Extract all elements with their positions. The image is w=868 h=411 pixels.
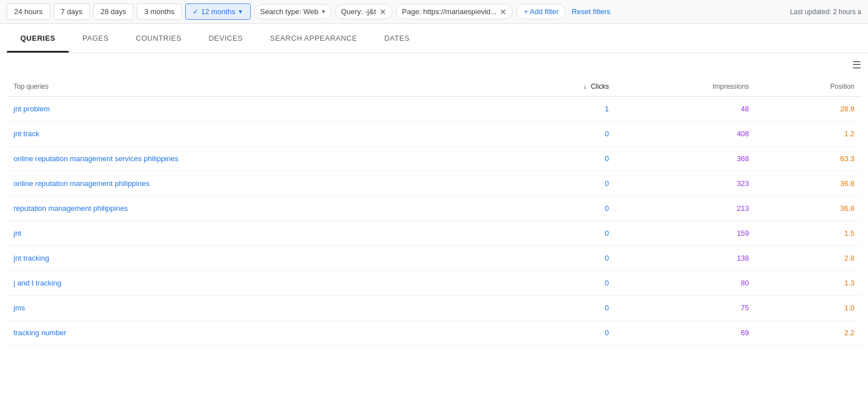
position-cell: 1.2	[756, 122, 861, 146]
clicks-cell: 0	[506, 171, 616, 196]
tab-queries[interactable]: QUERIES	[7, 24, 69, 53]
time-btn-28days[interactable]: 28 days	[93, 3, 134, 20]
query-link[interactable]: j and t tracking	[14, 279, 62, 287]
query-link[interactable]: jms	[14, 304, 25, 312]
impressions-cell: 48	[616, 97, 756, 122]
tab-pages[interactable]: PAGES	[69, 24, 122, 53]
table-row: reputation management philippines021336.…	[7, 196, 861, 221]
query-link[interactable]: jnt track	[14, 129, 40, 138]
filter-search-type[interactable]: Search type: Web ▾	[254, 4, 332, 19]
clicks-cell: 0	[506, 246, 616, 271]
filter-bar: 24 hours 7 days 28 days 3 months ✓ 12 mo…	[0, 0, 868, 24]
queries-table: Top queries ↓ Clicks Impressions Positio…	[7, 77, 861, 345]
col-header-query: Top queries	[7, 77, 506, 97]
time-btn-12months-label: 12 months	[201, 7, 235, 16]
table-row: online reputation management philippines…	[7, 171, 861, 196]
clicks-cell: 0	[506, 146, 616, 171]
impressions-cell: 69	[616, 321, 756, 345]
query-cell: tracking number	[7, 321, 506, 345]
query-cell: jnt track	[7, 122, 506, 146]
position-cell: 1.5	[756, 221, 861, 246]
impressions-cell: 75	[616, 296, 756, 321]
position-cell: 36.8	[756, 196, 861, 221]
impressions-cell: 138	[616, 246, 756, 271]
table-row: jnt01591.5	[7, 221, 861, 246]
query-cell: jnt tracking	[7, 246, 506, 271]
table-filter-icon[interactable]: ☰	[852, 59, 861, 71]
clicks-cell: 0	[506, 296, 616, 321]
query-link[interactable]: reputation management philippines	[14, 204, 128, 213]
query-link[interactable]: online reputation management philippines	[14, 179, 150, 188]
reset-filters-link[interactable]: Reset filters	[572, 7, 610, 16]
position-cell: 63.3	[756, 146, 861, 171]
position-cell: 2.2	[756, 321, 861, 345]
table-row: jnt problem14828.9	[7, 97, 861, 122]
sort-arrow-icon: ↓	[583, 83, 587, 90]
tab-devices[interactable]: DEVICES	[195, 24, 256, 53]
query-cell: j and t tracking	[7, 271, 506, 296]
query-cell: online reputation management services ph…	[7, 146, 506, 171]
position-cell: 1.3	[756, 271, 861, 296]
impressions-cell: 213	[616, 196, 756, 221]
clicks-cell: 0	[506, 221, 616, 246]
query-cell: reputation management philippines	[7, 196, 506, 221]
add-filter-button[interactable]: + Add filter	[516, 4, 566, 19]
chevron-down-icon: ▾	[322, 8, 325, 15]
time-btn-3months[interactable]: 3 months	[137, 3, 181, 20]
close-page-filter-icon[interactable]: ✕	[500, 8, 507, 16]
filter-query-label: Query: -j&t	[341, 7, 376, 16]
query-link[interactable]: jnt problem	[14, 105, 50, 113]
table-row: jms0751.0	[7, 296, 861, 321]
time-btn-7days[interactable]: 7 days	[54, 3, 90, 20]
table-row: j and t tracking0801.3	[7, 271, 861, 296]
tab-search-appearance[interactable]: SEARCH APPEARANCE	[256, 24, 370, 53]
impressions-cell: 323	[616, 171, 756, 196]
clicks-cell: 0	[506, 122, 616, 146]
time-btn-12months[interactable]: ✓ 12 months ▼	[185, 3, 251, 20]
position-cell: 28.9	[756, 97, 861, 122]
table-row: online reputation management services ph…	[7, 146, 861, 171]
clicks-cell: 0	[506, 196, 616, 221]
position-cell: 2.8	[756, 246, 861, 271]
table-area: ☰ Top queries ↓ Clicks Impressions Posit…	[0, 53, 868, 345]
last-updated-label: Last updated: 2 hours a	[790, 8, 861, 16]
query-link[interactable]: jnt tracking	[14, 254, 49, 262]
table-row: jnt tracking01382.8	[7, 246, 861, 271]
query-cell: jnt problem	[7, 97, 506, 122]
clicks-cell: 0	[506, 271, 616, 296]
col-header-clicks[interactable]: ↓ Clicks	[506, 77, 616, 97]
clicks-cell: 0	[506, 321, 616, 345]
clicks-cell: 1	[506, 97, 616, 122]
time-btn-24hours[interactable]: 24 hours	[7, 3, 50, 20]
close-query-filter-icon[interactable]: ✕	[380, 8, 386, 16]
tabs-bar: QUERIES PAGES COUNTRIES DEVICES SEARCH A…	[0, 24, 868, 53]
filter-search-type-label: Search type: Web	[260, 7, 319, 16]
tab-dates[interactable]: DATES	[370, 24, 423, 53]
filter-page-label: Page: https://mariaespievid...	[402, 7, 497, 16]
tab-countries[interactable]: COUNTRIES	[122, 24, 195, 53]
col-header-position[interactable]: Position	[756, 77, 861, 97]
query-cell: online reputation management philippines	[7, 171, 506, 196]
query-link[interactable]: online reputation management services ph…	[14, 154, 178, 163]
table-toolbar: ☰	[7, 53, 861, 77]
impressions-cell: 80	[616, 271, 756, 296]
checkmark-icon: ✓	[193, 7, 199, 16]
table-row: jnt track04081.2	[7, 122, 861, 146]
query-cell: jnt	[7, 221, 506, 246]
impressions-cell: 368	[616, 146, 756, 171]
dropdown-arrow-icon: ▼	[238, 8, 243, 15]
impressions-cell: 408	[616, 122, 756, 146]
position-cell: 1.0	[756, 296, 861, 321]
impressions-cell: 159	[616, 221, 756, 246]
query-link[interactable]: tracking number	[14, 328, 66, 337]
position-cell: 36.8	[756, 171, 861, 196]
query-cell: jms	[7, 296, 506, 321]
filter-query[interactable]: Query: -j&t ✕	[335, 4, 392, 19]
table-row: tracking number0692.2	[7, 321, 861, 345]
query-link[interactable]: jnt	[14, 229, 21, 237]
filter-page[interactable]: Page: https://mariaespievid... ✕	[396, 4, 513, 19]
col-header-impressions[interactable]: Impressions	[616, 77, 756, 97]
